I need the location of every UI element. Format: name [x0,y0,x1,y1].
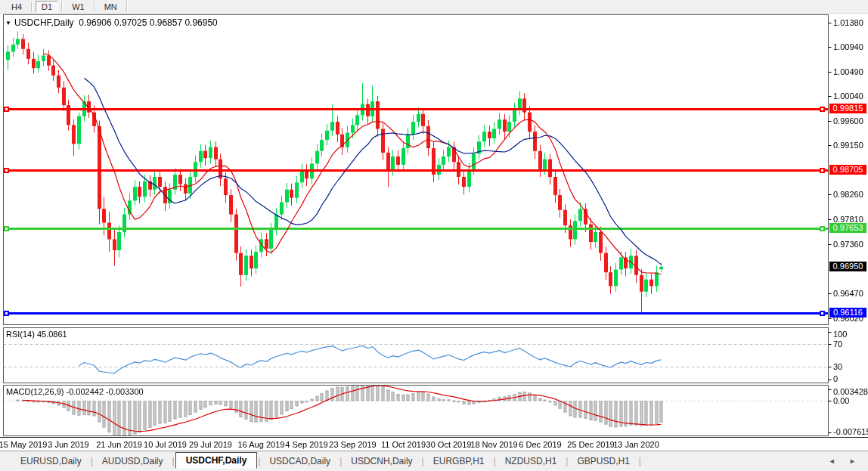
timeframe-button-w1[interactable]: W1 [66,1,91,13]
date-axis-label: 21 Jun 2019 [96,440,142,449]
tab-scroll-arrows[interactable]: ◄ ► [829,457,862,465]
date-axis-label: 25 Dec 2019 [567,440,614,449]
date-axis-label: 13 Jan 2020 [613,440,659,449]
timeframe-button-h4[interactable]: H4 [5,1,28,13]
date-axis-label: 10 Jul 2019 [144,440,187,449]
chart-tab-audusd-daily[interactable]: AUDUSD,Daily [94,454,172,469]
date-axis-label: 16 Aug 2019 [238,440,285,449]
mt4-window: H4D1W1MN ▼USDCHF,Daily 0.96906 0.97025 0… [0,0,868,471]
chart-tab-usdchf-daily[interactable]: USDCHF,Daily [175,452,258,469]
chart-tab-gbpusd-h1[interactable]: GBPUSD,H1 [569,454,637,469]
timeframe-button-d1[interactable]: D1 [36,1,58,13]
date-axis-label: 30 Oct 2019 [426,440,472,449]
chart-canvas[interactable] [0,14,868,451]
date-axis-label: 15 May 2019 [0,440,47,449]
date-axis-label: 29 Jul 2019 [189,440,232,449]
date-axis-label: 23 Sep 2019 [329,440,376,449]
chart-tab-eurusd-daily[interactable]: EURUSD,Daily [12,454,90,469]
toolbar-separator [31,2,33,11]
date-axis-label: 3 Jun 2019 [48,440,88,449]
timeframe-toolbar: H4D1W1MN [0,0,868,14]
date-axis-label: 4 Sep 2019 [285,440,327,449]
date-axis-label: 6 Dec 2019 [519,440,561,449]
chart-tab-nzdusd-h1[interactable]: NZDUSD,H1 [497,454,566,469]
date-axis: 15 May 20193 Jun 201921 Jun 201910 Jul 2… [0,437,868,451]
timeframe-button-mn[interactable]: MN [98,1,123,13]
chart-tab-usdcad-daily[interactable]: USDCAD,Daily [261,454,339,469]
toolbar-separator [61,2,63,11]
date-axis-label: 18 Nov 2019 [470,440,517,449]
chart-tab-bar: EURUSD,Daily|AUDUSD,Daily|USDCHF,Daily|U… [0,451,868,471]
date-axis-label: 11 Oct 2019 [381,440,426,449]
tab-separator: | [638,456,642,466]
toolbar-separator [94,2,95,11]
chart-tab-eurgbp-h1[interactable]: EURGBP,H1 [425,454,493,469]
toolbar-separator [126,2,128,11]
chart-tab-usdcnh-daily[interactable]: USDCNH,Daily [343,454,420,469]
